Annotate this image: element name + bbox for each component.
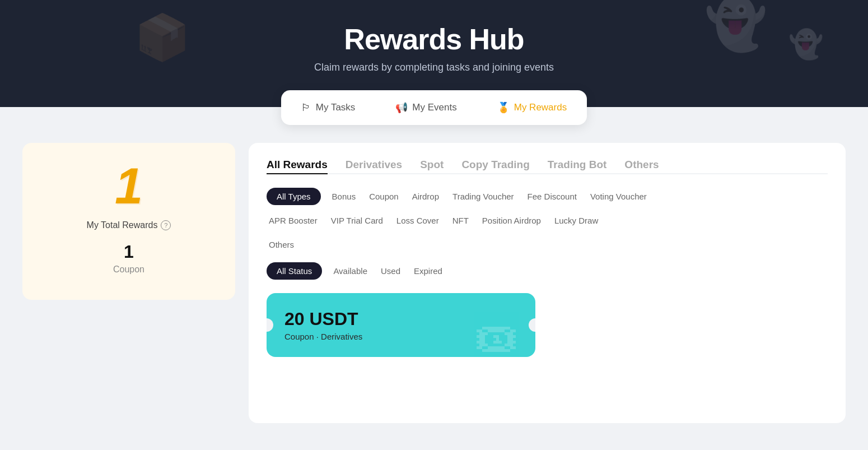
- filter-apr-booster[interactable]: APR Booster: [267, 212, 320, 229]
- flag-icon: 🏳: [301, 102, 311, 114]
- medal-icon: 🏅: [497, 101, 510, 114]
- reward-number-display: 1: [36, 161, 222, 211]
- coupon-count: 1: [36, 242, 222, 262]
- category-tab-spot[interactable]: Spot: [420, 159, 444, 174]
- all-types-filter[interactable]: All Types: [267, 188, 321, 205]
- all-status-filter[interactable]: All Status: [267, 262, 322, 280]
- deco-left-icon: 📦: [134, 11, 190, 64]
- type-filter-row-3: Others: [267, 236, 828, 253]
- total-rewards-card: 1 My Total Rewards ? 1 Coupon: [22, 143, 235, 300]
- filter-others-type[interactable]: Others: [267, 236, 296, 253]
- category-tab-copy-trading[interactable]: Copy Trading: [461, 159, 529, 174]
- tab-my-rewards[interactable]: 🏅 My Rewards: [488, 97, 576, 118]
- filter-available[interactable]: Available: [331, 262, 370, 280]
- tab-my-tasks-label: My Tasks: [316, 102, 356, 113]
- filter-coupon[interactable]: Coupon: [367, 188, 401, 205]
- filter-vip-trial-card[interactable]: VIP Trial Card: [329, 212, 385, 229]
- category-tab-all-rewards[interactable]: All Rewards: [267, 159, 328, 174]
- deco-right2-icon: 👻: [788, 28, 823, 61]
- type-filter-section: All Types Bonus Coupon Airdrop Trading V…: [267, 188, 828, 253]
- tab-my-tasks[interactable]: 🏳 My Tasks: [292, 97, 365, 118]
- filter-fee-discount[interactable]: Fee Discount: [525, 188, 579, 205]
- status-filter-section: All Status Available Used Expired: [267, 262, 828, 280]
- coupon-label: Coupon: [36, 265, 222, 275]
- status-filter-row: All Status Available Used Expired: [267, 262, 828, 280]
- category-tab-trading-bot[interactable]: Trading Bot: [548, 159, 607, 174]
- category-tab-others[interactable]: Others: [624, 159, 659, 174]
- tab-my-rewards-label: My Rewards: [514, 102, 567, 113]
- filter-airdrop[interactable]: Airdrop: [410, 188, 441, 205]
- sidebar: 1 My Total Rewards ? 1 Coupon: [22, 143, 235, 423]
- filter-lucky-draw[interactable]: Lucky Draw: [552, 212, 600, 229]
- filter-position-airdrop[interactable]: Position Airdrop: [480, 212, 543, 229]
- filter-bonus[interactable]: Bonus: [330, 188, 358, 205]
- coupon-card: 20 USDT Coupon · Derivatives 🎟: [267, 293, 535, 357]
- deco-right-icon: 👻: [704, 0, 767, 53]
- tab-my-events-label: My Events: [412, 102, 456, 113]
- nav-tabs: 🏳 My Tasks 📢 My Events 🏅 My Rewards: [281, 90, 587, 125]
- question-icon[interactable]: ?: [161, 220, 171, 230]
- type-filter-row-2: APR Booster VIP Trial Card Loss Cover NF…: [267, 212, 828, 229]
- filter-used[interactable]: Used: [379, 262, 403, 280]
- category-tab-derivatives[interactable]: Derivatives: [346, 159, 402, 174]
- megaphone-icon: 📢: [395, 101, 408, 114]
- nav-wrapper: 🏳 My Tasks 📢 My Events 🏅 My Rewards: [0, 90, 868, 125]
- filter-loss-cover[interactable]: Loss Cover: [394, 212, 441, 229]
- filter-voting-voucher[interactable]: Voting Voucher: [588, 188, 649, 205]
- filter-trading-voucher[interactable]: Trading Voucher: [450, 188, 516, 205]
- type-filter-row: All Types Bonus Coupon Airdrop Trading V…: [267, 188, 828, 205]
- filter-expired[interactable]: Expired: [412, 262, 445, 280]
- filter-nft[interactable]: NFT: [450, 212, 471, 229]
- coupon-deco-icon: 🎟: [474, 311, 519, 357]
- category-tabs: All Rewards Derivatives Spot Copy Tradin…: [267, 159, 828, 174]
- main-layout: 1 My Total Rewards ? 1 Coupon All Reward…: [0, 125, 868, 441]
- my-total-label: My Total Rewards ?: [36, 220, 222, 230]
- content-panel: All Rewards Derivatives Spot Copy Tradin…: [249, 143, 846, 423]
- tab-my-events[interactable]: 📢 My Events: [386, 97, 465, 118]
